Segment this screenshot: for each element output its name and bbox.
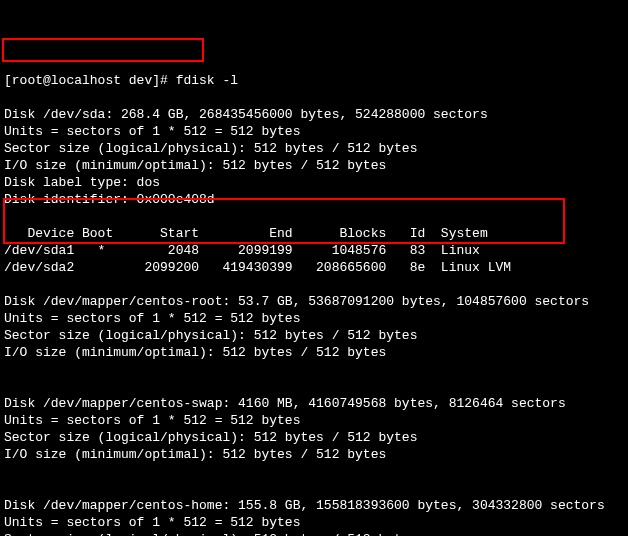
disk-sda-io: I/O size (minimum/optimal): 512 bytes / … — [4, 158, 386, 173]
shell-prompt: [root@localhost dev]# fdisk -l — [4, 73, 238, 88]
disk-home-header: Disk /dev/mapper/centos-home: 155.8 GB, … — [4, 498, 605, 513]
disk-home-sector: Sector size (logical/physical): 512 byte… — [4, 532, 417, 536]
disk-sda-header: Disk /dev/sda: 268.4 GB, 268435456000 by… — [4, 107, 488, 122]
disk-swap-units: Units = sectors of 1 * 512 = 512 bytes — [4, 413, 300, 428]
disk-swap-io: I/O size (minimum/optimal): 512 bytes / … — [4, 447, 386, 462]
highlight-box-partitions — [3, 198, 565, 244]
disk-swap-sector: Sector size (logical/physical): 512 byte… — [4, 430, 417, 445]
disk-root-units: Units = sectors of 1 * 512 = 512 bytes — [4, 311, 300, 326]
highlight-box-disk-size — [2, 38, 204, 62]
disk-sda-label: Disk label type: dos — [4, 175, 160, 190]
terminal-output[interactable]: [root@localhost dev]# fdisk -l Disk /dev… — [4, 72, 624, 536]
partition-row: /dev/sda1 * 2048 2099199 1048576 83 Linu… — [4, 243, 480, 258]
disk-root-sector: Sector size (logical/physical): 512 byte… — [4, 328, 417, 343]
disk-home-units: Units = sectors of 1 * 512 = 512 bytes — [4, 515, 300, 530]
disk-swap-header: Disk /dev/mapper/centos-swap: 4160 MB, 4… — [4, 396, 566, 411]
disk-sda-units: Units = sectors of 1 * 512 = 512 bytes — [4, 124, 300, 139]
disk-root-io: I/O size (minimum/optimal): 512 bytes / … — [4, 345, 386, 360]
disk-sda-sector: Sector size (logical/physical): 512 byte… — [4, 141, 417, 156]
partition-row: /dev/sda2 2099200 419430399 208665600 8e… — [4, 260, 511, 275]
disk-root-header: Disk /dev/mapper/centos-root: 53.7 GB, 5… — [4, 294, 589, 309]
